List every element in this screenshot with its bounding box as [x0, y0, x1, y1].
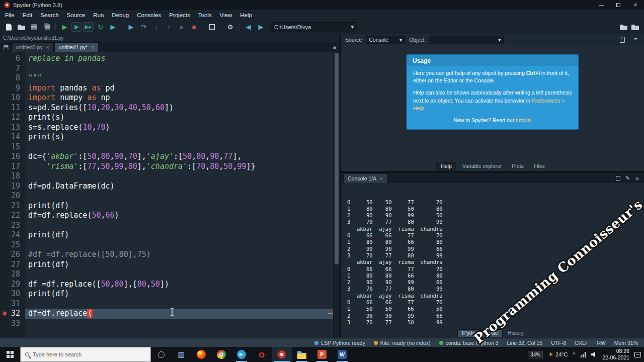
menu-tools[interactable]: Tools: [194, 10, 216, 20]
edit-icon[interactable]: ✎: [623, 173, 632, 183]
minimize-button[interactable]: [593, 0, 610, 10]
pane-tab-files[interactable]: Files: [530, 162, 549, 170]
code-line[interactable]: """: [25, 73, 340, 83]
open-file-icon[interactable]: [16, 22, 27, 33]
stop-icon[interactable]: ■: [188, 22, 200, 33]
code-line[interactable]: print(df): [25, 260, 340, 270]
code-line[interactable]: import pandas as pd: [25, 83, 340, 94]
code-line[interactable]: print(df): [25, 230, 340, 240]
help-options-menu-icon[interactable]: ≡: [631, 35, 640, 44]
telegram-button[interactable]: [231, 347, 252, 362]
object-combobox[interactable]: ▾: [429, 36, 504, 44]
step-into-icon[interactable]: ↓: [150, 22, 162, 33]
file-explorer-button[interactable]: [292, 347, 312, 362]
code-line[interactable]: df=df.replace(50,66): [25, 211, 340, 221]
code-line[interactable]: #df =df.replace([50,80],75): [25, 250, 340, 260]
task-view-button[interactable]: ▥: [171, 347, 191, 362]
code-line[interactable]: [25, 64, 340, 74]
start-button[interactable]: [0, 347, 20, 362]
code-line[interactable]: dc={'akbar':[50,80,90,70],'ajay':[50,80,…: [25, 152, 340, 162]
close-tab-icon[interactable]: ×: [91, 45, 94, 50]
word-button[interactable]: W: [332, 347, 352, 362]
code-line[interactable]: print(s): [25, 113, 340, 123]
working-directory-combobox[interactable]: C:\Users\Divya ▾: [271, 22, 357, 32]
battery-indicator[interactable]: 34%: [528, 351, 543, 358]
code-line[interactable]: [25, 240, 340, 250]
code-editor[interactable]: 6789101112131415161718192021222324252627…: [0, 52, 340, 338]
code-line[interactable]: 'risma':[77,50,99,80],'chandra':[70,80,5…: [25, 162, 340, 172]
console-options-menu-icon[interactable]: ≡: [632, 173, 642, 183]
debug-file-icon[interactable]: ▶: [125, 22, 137, 33]
powerpoint-button[interactable]: P: [312, 347, 332, 362]
pane-tab-help[interactable]: Help: [436, 162, 456, 170]
code-line[interactable]: print(df): [25, 289, 340, 299]
network-icon[interactable]: [581, 352, 586, 357]
save-all-icon[interactable]: [41, 22, 52, 33]
code-line[interactable]: df=df.replace(: [25, 309, 340, 319]
code-line[interactable]: print(df): [25, 201, 340, 211]
run-cell-advance-icon[interactable]: ▶▸: [83, 22, 94, 32]
run-file-icon[interactable]: ▶: [59, 22, 70, 33]
menu-projects[interactable]: Projects: [165, 10, 194, 20]
code-line[interactable]: df =df.replace([50,80],[80,50]): [25, 280, 340, 290]
code-line[interactable]: import numpy as np: [25, 93, 340, 103]
code-line[interactable]: replace in pandas: [25, 54, 340, 64]
editor-scrollbar[interactable]: [333, 52, 340, 338]
save-file-icon[interactable]: [28, 22, 40, 33]
new-file-icon[interactable]: [3, 22, 15, 33]
tray-expand-icon[interactable]: ^: [573, 351, 576, 357]
code-line[interactable]: s=pd.Series([10,20,30,40,50,60]): [25, 103, 340, 113]
maximize-pane-icon[interactable]: [206, 22, 218, 33]
code-line[interactable]: [25, 319, 340, 329]
back-icon[interactable]: ◀: [243, 22, 254, 33]
clock[interactable]: 08:26 22-06-2021: [602, 348, 629, 361]
code-line[interactable]: s=s.replace(10,70): [25, 123, 340, 133]
menu-search[interactable]: Search: [36, 10, 62, 20]
code-line[interactable]: [25, 221, 340, 231]
menu-consoles[interactable]: Consoles: [133, 10, 165, 20]
rerun-cell-icon[interactable]: ↻: [95, 22, 106, 33]
maximize-button[interactable]: [610, 0, 627, 10]
scrollbar-thumb[interactable]: [335, 53, 339, 264]
continue-icon[interactable]: »: [176, 22, 187, 33]
code-line[interactable]: [25, 191, 340, 201]
opera-button[interactable]: O: [252, 347, 272, 362]
volume-icon[interactable]: [591, 352, 597, 357]
browse-working-directory-button[interactable]: [618, 22, 629, 33]
menu-help[interactable]: Help: [236, 10, 256, 20]
close-console-icon[interactable]: ×: [380, 176, 383, 182]
preferences-icon[interactable]: ⚙: [224, 22, 236, 33]
pane-tab-variable-explorer[interactable]: Variable explorer: [458, 162, 506, 170]
weather-widget[interactable]: ☀ 24°C: [548, 351, 568, 358]
console-tab[interactable]: Console 1/A ×: [343, 173, 387, 183]
code-line[interactable]: [25, 171, 340, 182]
close-button[interactable]: ×: [627, 0, 644, 10]
menu-view[interactable]: View: [216, 10, 236, 20]
code-line[interactable]: print(s): [25, 132, 340, 142]
chrome-button[interactable]: [211, 347, 231, 362]
taskbar-search-input[interactable]: Type here to search: [20, 347, 151, 362]
run-selection-icon[interactable]: ▶: [107, 22, 119, 33]
menu-file[interactable]: File: [1, 10, 19, 20]
ipython-console[interactable]: 0 50 50 77 701 80 80 50 802 90 90 99 503…: [341, 183, 644, 329]
code-line[interactable]: df=pd.DataFrame(dc): [25, 182, 340, 192]
run-cell-icon[interactable]: ▶: [71, 22, 82, 32]
menu-debug[interactable]: Debug: [108, 10, 133, 20]
code-area[interactable]: replace in pandas"""import pandas as pdi…: [25, 52, 340, 338]
browse-tabs-icon[interactable]: ▤: [1, 42, 11, 52]
lock-icon[interactable]: [618, 35, 627, 44]
editor-tab-untitled0-py[interactable]: untitled0.py×: [11, 42, 54, 52]
code-line[interactable]: [25, 142, 340, 152]
step-over-icon[interactable]: ↷: [138, 22, 149, 33]
cortana-button[interactable]: [151, 347, 171, 362]
tab-history[interactable]: History: [504, 330, 528, 337]
action-center-icon[interactable]: [634, 352, 641, 357]
editor-tab-untitled1-py[interactable]: untitled1.py*×: [54, 42, 99, 52]
code-line[interactable]: [25, 269, 340, 280]
menu-edit[interactable]: Edit: [19, 10, 37, 20]
pane-tab-plots[interactable]: Plots: [508, 162, 527, 170]
close-tab-icon[interactable]: ×: [46, 45, 49, 50]
source-combobox[interactable]: Console ▾: [366, 36, 405, 44]
editor-options-menu-icon[interactable]: ≡: [330, 42, 340, 52]
parent-directory-button[interactable]: ↑: [629, 22, 641, 33]
